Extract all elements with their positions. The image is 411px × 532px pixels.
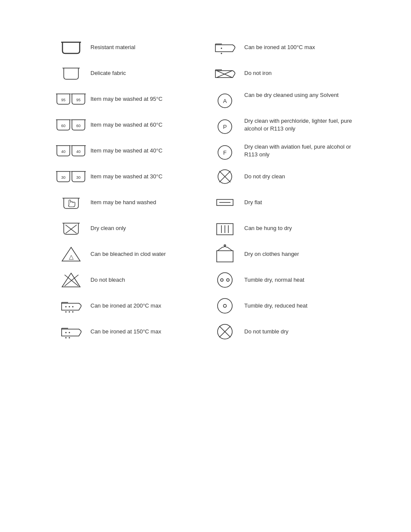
svg-text:95: 95 (61, 98, 65, 102)
svg-point-29 (65, 306, 66, 308)
svg-point-31 (72, 306, 73, 308)
label-tumble-normal: Tumble dry, normal heat (244, 276, 359, 284)
svg-text:40: 40 (61, 149, 65, 154)
svg-text:60: 60 (76, 124, 81, 128)
svg-text:30: 30 (76, 175, 81, 180)
svg-rect-64 (217, 251, 233, 262)
item-no-iron: Do not iron (206, 60, 359, 86)
item-iron-100: Can be ironed at 100°C max (206, 34, 359, 60)
svg-point-68 (227, 279, 229, 281)
svg-point-66 (218, 273, 232, 287)
label-iron-150: Can be ironed at 150°C max (90, 328, 206, 336)
label-resistant-material: Resistant material (90, 44, 206, 51)
label-wash-60: Item may be washed at 60°C (90, 121, 206, 129)
svg-text:60: 60 (61, 124, 65, 128)
item-no-dry-clean: Do not dry clean (206, 164, 359, 190)
left-column: Resistant material Delicate fabric 95 (52, 34, 206, 345)
icon-no-tumble (206, 323, 244, 340)
svg-point-34 (72, 311, 73, 313)
label-wash-40: Item may be washed at 40°C (90, 147, 206, 155)
icon-bleach-cold: △ (52, 245, 90, 264)
item-iron-150: Can be ironed at 150°C max (52, 319, 206, 345)
svg-point-44 (221, 53, 222, 54)
svg-text:△: △ (69, 253, 74, 260)
svg-text:A: A (223, 98, 227, 104)
svg-point-43 (221, 48, 222, 49)
item-no-bleach: Do not bleach (52, 267, 206, 293)
label-iron-200: Can be ironed at 200°C max (90, 302, 206, 310)
item-hanger-dry: Dry on clothes hanger (206, 241, 359, 267)
svg-point-37 (65, 332, 66, 333)
svg-point-32 (65, 311, 66, 313)
item-wash-30: 30 30 Item may be washed at 30°C (52, 164, 206, 190)
icon-dry-clean-any: A (206, 91, 244, 109)
label-bleach-cold: Can be bleached in clod water (90, 250, 206, 258)
item-dry-clean-f: F Dry clean with aviation fuel, pure alc… (206, 138, 359, 164)
icon-dry-flat (206, 196, 244, 209)
svg-point-38 (68, 332, 70, 333)
label-dry-flat: Dry flat (244, 199, 359, 206)
label-dry-clean-f: Dry clean with aviation fuel, pure alcoh… (244, 143, 359, 159)
icon-iron-150 (52, 323, 90, 340)
icon-dry-clean-only (52, 219, 90, 238)
icon-tumble-normal (206, 271, 244, 289)
icon-no-dry-clean (206, 169, 244, 184)
icon-iron-200 (52, 297, 90, 314)
item-resistant-material: Resistant material (52, 34, 206, 60)
svg-point-67 (221, 279, 223, 281)
icon-dry-clean-p: P (206, 117, 244, 134)
label-dry-clean-only: Dry clean only (90, 224, 206, 232)
item-hang-dry: Can be hung to dry (206, 215, 359, 241)
item-dry-clean-any: A Can be dry cleaned using any Solvent (206, 86, 359, 112)
svg-text:95: 95 (76, 98, 81, 102)
item-wash-95: 95 95 Item may be washed at 95°C (52, 86, 206, 112)
item-dry-clean-p: P Dry clean with perchloride, lighter fu… (206, 112, 359, 138)
label-no-iron: Do not iron (244, 69, 359, 77)
icon-hang-dry (206, 220, 244, 236)
icon-iron-100 (206, 39, 244, 56)
icon-tumble-reduced (206, 297, 244, 314)
item-tumble-normal: Tumble dry, normal heat (206, 267, 359, 293)
label-iron-100: Can be ironed at 100°C max (244, 44, 359, 51)
item-delicate-fabric: Delicate fabric (52, 60, 206, 86)
label-hanger-dry: Dry on clothes hanger (244, 250, 359, 258)
item-dry-clean-only: Dry clean only (52, 215, 206, 241)
icon-wash-60: 60 60 (52, 116, 90, 134)
svg-point-69 (218, 299, 232, 313)
icon-no-bleach (52, 271, 90, 289)
svg-point-39 (65, 337, 66, 339)
icon-dry-clean-f: F (206, 143, 244, 160)
item-hand-wash: Item may be hand washed (52, 190, 206, 215)
label-tumble-reduced: Tumble dry, reduced heat (244, 302, 359, 310)
label-wash-30: Item may be washed at 30°C (90, 173, 206, 180)
label-no-bleach: Do not bleach (90, 276, 206, 284)
svg-text:30: 30 (61, 175, 65, 180)
item-wash-60: 60 60 Item may be washed at 60°C (52, 112, 206, 138)
svg-point-33 (68, 311, 70, 313)
label-no-dry-clean: Do not dry clean (244, 173, 359, 180)
item-wash-40: 40 40 Item may be washed at 40°C (52, 138, 206, 164)
icon-wash-30: 30 30 (52, 168, 90, 185)
svg-point-40 (68, 337, 70, 339)
icon-wash-40: 40 40 (52, 142, 90, 159)
icon-hand-wash (52, 193, 90, 212)
svg-point-30 (68, 306, 70, 308)
icon-no-iron (206, 65, 244, 82)
item-iron-200: Can be ironed at 200°C max (52, 293, 206, 319)
label-hand-wash: Item may be hand washed (90, 199, 206, 206)
icon-wash-95: 95 95 (52, 90, 90, 108)
item-dry-flat: Dry flat (206, 190, 359, 215)
svg-point-70 (224, 305, 227, 308)
label-no-tumble: Do not tumble dry (244, 328, 359, 336)
svg-text:P: P (223, 124, 227, 130)
label-wash-95: Item may be washed at 95°C (90, 95, 206, 103)
label-dry-clean-any: Can be dry cleaned using any Solvent (244, 91, 359, 99)
item-no-tumble: Do not tumble dry (206, 319, 359, 345)
main-container: Resistant material Delicate fabric 95 (0, 0, 411, 379)
item-tumble-reduced: Tumble dry, reduced heat (206, 293, 359, 319)
label-hang-dry: Can be hung to dry (244, 224, 359, 232)
right-column: Can be ironed at 100°C max Do not iron (206, 34, 359, 345)
icon-hanger-dry (206, 245, 244, 264)
label-delicate-fabric: Delicate fabric (90, 69, 206, 77)
icon-delicate-fabric (52, 65, 90, 82)
